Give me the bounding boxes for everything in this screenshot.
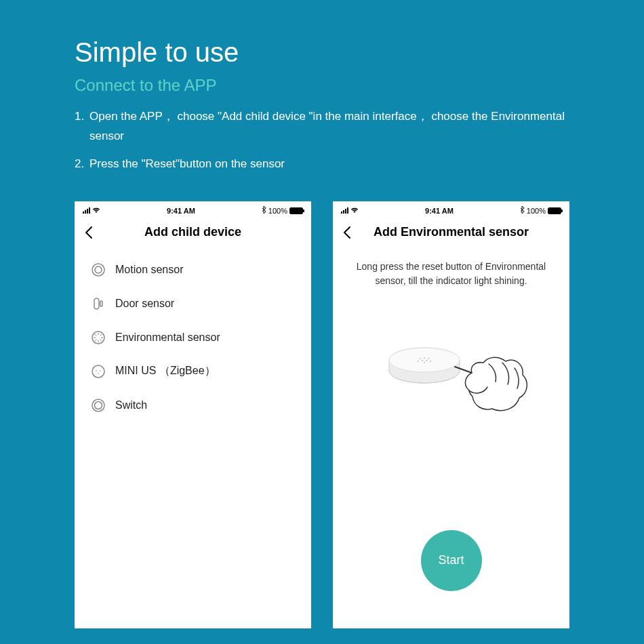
list-item-label: Switch: [115, 399, 147, 411]
svg-line-12: [95, 339, 96, 340]
wifi-icon: [92, 207, 100, 215]
status-time: 9:41 AM: [425, 207, 454, 215]
steps-list: 1. Open the APP， choose "Add child devic…: [75, 107, 569, 174]
wifi-icon: [350, 207, 359, 215]
svg-line-9: [95, 334, 96, 336]
bluetooth-icon: [520, 206, 525, 215]
instruction-text: Long press the reset button of Environme…: [333, 247, 569, 288]
back-button[interactable]: [81, 224, 98, 241]
step-number: 2.: [75, 155, 89, 174]
reset-illustration: [333, 288, 569, 530]
list-item-environmental-sensor[interactable]: Environmental sensor: [88, 321, 298, 355]
phone-add-child-device: 9:41 AM 100% Add child device Motion sen…: [75, 201, 311, 628]
battery-percent: 100%: [527, 207, 546, 215]
environmental-sensor-icon: [91, 330, 106, 345]
svg-point-25: [422, 360, 423, 361]
bluetooth-icon: [262, 206, 266, 215]
svg-point-15: [100, 370, 101, 371]
svg-point-28: [418, 361, 419, 362]
list-item-label: Door sensor: [115, 298, 174, 310]
nav-title: Add Environmental sensor: [374, 225, 529, 239]
svg-line-10: [100, 339, 102, 340]
svg-point-26: [426, 360, 427, 361]
list-item-door-sensor[interactable]: Door sensor: [88, 287, 298, 321]
step-1: 1. Open the APP， choose "Add child devic…: [75, 107, 569, 146]
svg-line-11: [100, 334, 102, 336]
svg-point-24: [428, 358, 429, 359]
list-item-switch[interactable]: Switch: [88, 388, 298, 422]
list-item-motion-sensor[interactable]: Motion sensor: [88, 253, 298, 287]
step-text: Open the APP， choose "Add child device "…: [89, 107, 569, 146]
svg-rect-2: [94, 298, 99, 309]
phone-add-environmental-sensor: 9:41 AM 100% Add Environmental sensor Lo…: [333, 201, 569, 628]
intro-header: Simple to use Connect to the APP 1. Open…: [0, 0, 644, 174]
nav-title: Add child device: [144, 225, 241, 239]
list-item-label: Environmental sensor: [115, 331, 220, 344]
step-number: 1.: [75, 107, 89, 146]
battery-icon: [289, 207, 303, 214]
cellular-signal-icon: [341, 207, 348, 214]
status-bar: 9:41 AM 100%: [75, 201, 311, 218]
battery-icon: [548, 207, 561, 214]
start-button[interactable]: Start: [421, 530, 482, 591]
step-2: 2. Press the "Reset"button on the sensor: [75, 155, 569, 174]
back-button[interactable]: [340, 224, 356, 241]
svg-point-18: [95, 401, 102, 409]
switch-icon: [91, 398, 106, 413]
svg-point-27: [424, 362, 425, 363]
svg-point-0: [92, 264, 104, 276]
svg-point-23: [420, 358, 421, 359]
svg-point-14: [96, 370, 97, 371]
svg-point-13: [92, 365, 104, 378]
plug-icon: [91, 364, 106, 379]
nav-bar: Add child device: [75, 218, 311, 247]
page-title: Simple to use: [75, 37, 569, 68]
status-time: 9:41 AM: [167, 207, 195, 215]
svg-point-29: [430, 361, 431, 362]
door-sensor-icon: [91, 296, 106, 311]
svg-rect-3: [100, 301, 102, 306]
svg-point-21: [389, 348, 460, 372]
battery-percent: 100%: [268, 207, 287, 215]
step-text: Press the "Reset"button on the sensor: [89, 155, 569, 174]
motion-sensor-icon: [91, 262, 106, 277]
svg-point-22: [424, 357, 425, 359]
svg-point-1: [95, 266, 102, 273]
phone-mockups: 9:41 AM 100% Add child device Motion sen…: [0, 182, 644, 628]
cellular-signal-icon: [83, 207, 90, 214]
page-subtitle: Connect to the APP: [75, 76, 569, 95]
device-type-list: Motion sensor Door sensor Environmental …: [75, 247, 311, 428]
list-item-mini-us-zigbee[interactable]: MINI US （ZigBee）: [88, 355, 298, 388]
status-bar: 9:41 AM 100%: [333, 201, 569, 218]
list-item-label: Motion sensor: [115, 264, 184, 276]
nav-bar: Add Environmental sensor: [333, 218, 569, 247]
list-item-label: MINI US （ZigBee）: [115, 364, 216, 378]
svg-point-16: [98, 373, 99, 374]
svg-point-17: [92, 399, 104, 411]
